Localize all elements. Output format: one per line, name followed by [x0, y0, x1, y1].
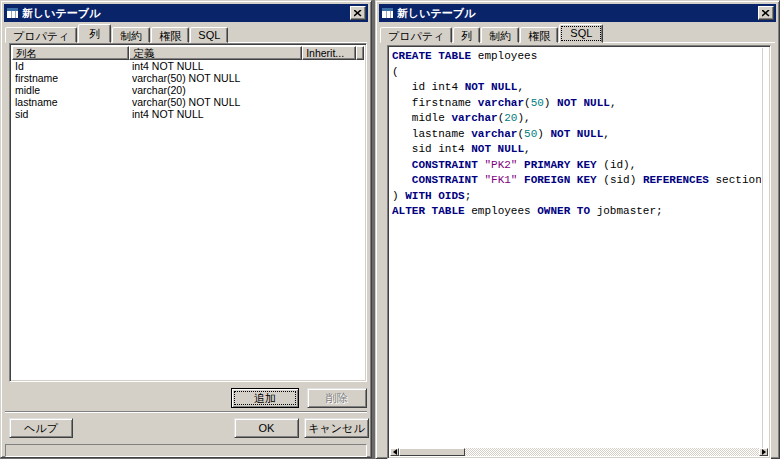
sql-line: CONSTRAINT "FK1" FOREIGN KEY (sid) REFER…	[392, 173, 761, 189]
cell-column-name: sid	[12, 108, 132, 120]
tab-strip-left: プロパティ列制約権限SQL	[5, 24, 229, 43]
header-definition[interactable]: 定義	[129, 46, 302, 60]
tab-columns[interactable]: 列	[453, 27, 480, 43]
sql-line: firstname varchar(50) NOT NULL,	[392, 96, 761, 112]
cell-column-name: Id	[12, 60, 132, 72]
window-new-table-columns: 新しいテーブル プロパティ列制約権限SQL 列名 定義 Inherit... I…	[0, 0, 372, 458]
tab-properties[interactable]: プロパティ	[5, 27, 77, 43]
scroll-left-icon[interactable]	[390, 448, 399, 456]
table-icon	[381, 7, 394, 19]
cell-definition: int4 NOT NULL	[132, 60, 364, 72]
scrollbar-track[interactable]	[465, 448, 759, 456]
window-new-table-sql: 新しいテーブル プロパティ列制約権限SQL CREATE TABLE emplo…	[375, 0, 780, 459]
tab-privileges[interactable]: 権限	[520, 27, 558, 43]
sql-code[interactable]: CREATE TABLE employees( id int4 NOT NULL…	[390, 48, 761, 448]
tab-columns[interactable]: 列	[78, 24, 111, 43]
titlebar-left[interactable]: 新しいテーブル	[4, 4, 368, 22]
scroll-right-icon[interactable]	[759, 448, 768, 456]
close-icon[interactable]	[758, 6, 774, 20]
help-button[interactable]: ヘルプ	[9, 418, 73, 438]
cell-definition: varchar(50) NOT NULL	[132, 72, 364, 84]
sql-line: ) WITH OIDS;	[392, 189, 761, 205]
close-icon[interactable]	[350, 6, 366, 20]
cancel-button[interactable]: キャンセル	[304, 418, 369, 438]
sql-line: CONSTRAINT "PK2" PRIMARY KEY (id),	[392, 158, 761, 174]
scrollbar-thumb[interactable]	[399, 448, 465, 456]
table-row[interactable]: lastnamevarchar(50) NOT NULL	[12, 96, 364, 108]
cell-column-name: lastname	[12, 96, 132, 108]
delete-button: 削除	[307, 388, 367, 408]
columns-list-header: 列名 定義 Inherit...	[12, 46, 364, 60]
window-title: 新しいテーブル	[397, 6, 758, 21]
titlebar-right[interactable]: 新しいテーブル	[379, 4, 776, 22]
table-row[interactable]: midlevarchar(20)	[12, 84, 364, 96]
tab-privileges[interactable]: 権限	[151, 27, 189, 43]
table-row[interactable]: firstnamevarchar(50) NOT NULL	[12, 72, 364, 84]
window-title: 新しいテーブル	[22, 6, 350, 21]
cell-definition: varchar(20)	[132, 84, 364, 96]
sql-line: ALTER TABLE employees OWNER TO jobmaster…	[392, 204, 761, 220]
sql-line: sid int4 NOT NULL,	[392, 142, 761, 158]
sql-editor[interactable]: CREATE TABLE employees( id int4 NOT NULL…	[387, 45, 771, 459]
columns-rows: Idint4 NOT NULLfirstnamevarchar(50) NOT …	[12, 60, 364, 379]
add-button[interactable]: 追加	[231, 388, 299, 408]
cell-column-name: firstname	[12, 72, 132, 84]
horizontal-scrollbar[interactable]	[390, 448, 768, 456]
vertical-scrollbar[interactable]	[762, 48, 768, 448]
tab-sql[interactable]: SQL	[559, 24, 603, 43]
header-inherit[interactable]: Inherit...	[302, 46, 356, 60]
tab-properties[interactable]: プロパティ	[380, 27, 452, 43]
ok-button[interactable]: OK	[234, 418, 299, 438]
table-row[interactable]: sidint4 NOT NULL	[12, 108, 364, 120]
sql-line: lastname varchar(50) NOT NULL,	[392, 127, 761, 143]
desktop: 新しいテーブル プロパティ列制約権限SQL 列名 定義 Inherit... I…	[0, 0, 780, 459]
sql-line: CREATE TABLE employees	[392, 49, 761, 65]
header-filler	[356, 46, 364, 60]
header-column-name[interactable]: 列名	[12, 46, 129, 60]
tab-constraints[interactable]: 制約	[481, 27, 519, 43]
columns-list[interactable]: 列名 定義 Inherit... Idint4 NOT NULLfirstnam…	[9, 43, 367, 382]
table-icon	[6, 7, 19, 19]
table-row[interactable]: Idint4 NOT NULL	[12, 60, 364, 72]
tab-strip-right: プロパティ列制約権限SQL	[380, 24, 604, 43]
tab-constraints[interactable]: 制約	[112, 27, 150, 43]
sql-line: midle varchar(20),	[392, 111, 761, 127]
separator	[5, 411, 367, 413]
sql-line: id int4 NOT NULL,	[392, 80, 761, 96]
sql-line: (	[392, 65, 761, 81]
tab-sql[interactable]: SQL	[190, 27, 228, 43]
cell-definition: int4 NOT NULL	[132, 108, 364, 120]
cell-column-name: midle	[12, 84, 132, 96]
status-bar	[5, 444, 367, 457]
cell-definition: varchar(50) NOT NULL	[132, 96, 364, 108]
